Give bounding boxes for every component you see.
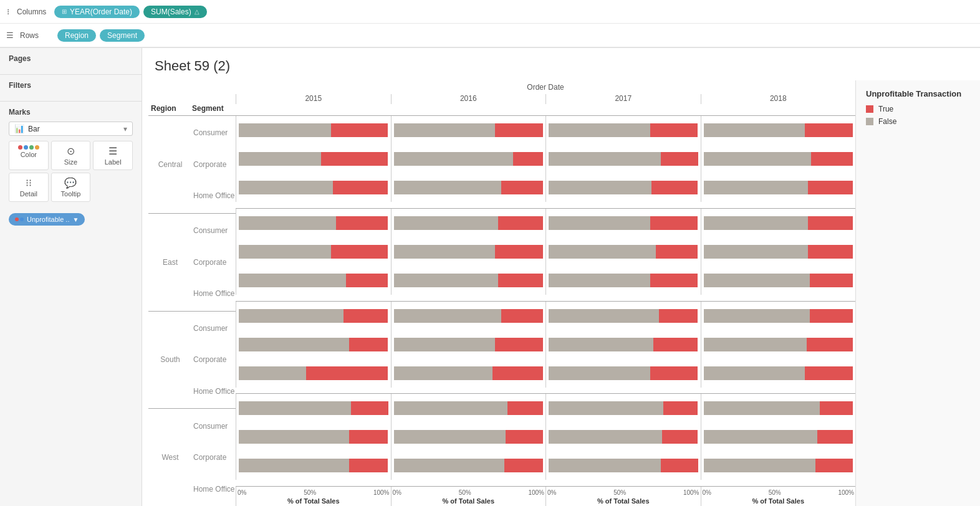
west-homeoffice-label: Home Office xyxy=(192,475,236,504)
west-axis: West Consumer Corporate Home Office xyxy=(148,408,236,506)
bar-false xyxy=(239,245,331,259)
unprofitable-pill[interactable]: Unprofitable .. ▼ xyxy=(9,213,85,226)
west-homeoffice-2017 xyxy=(545,451,701,480)
color-dot-red xyxy=(18,145,22,150)
color-dot-green xyxy=(29,145,34,150)
south-consumer-row xyxy=(236,302,855,330)
bar-true xyxy=(495,338,543,351)
central-homeoffice-2016 xyxy=(391,173,546,202)
central-consumer-2017 xyxy=(545,116,701,145)
size-icon: ⊙ xyxy=(67,145,75,157)
legend-swatch-true xyxy=(866,105,873,113)
x-axis-2018: 0% 50% 100% % of Total Sales xyxy=(701,487,856,506)
bar-true xyxy=(661,152,698,166)
bar-true xyxy=(321,152,388,166)
bar-false xyxy=(704,216,809,230)
east-region-label: East xyxy=(148,214,192,311)
label-button[interactable]: ☰ Label xyxy=(93,141,133,170)
east-segments: Consumer Corporate Home Office xyxy=(192,214,236,311)
bar-true xyxy=(808,181,853,194)
bar-true xyxy=(331,123,388,137)
west-corporate-row xyxy=(236,422,855,451)
calendar-icon: ⊞ xyxy=(62,8,67,15)
bar-true xyxy=(807,338,853,351)
central-corporate-2016 xyxy=(391,145,546,173)
legend-item-false: False xyxy=(866,117,970,126)
tooltip-button[interactable]: 💬 Tooltip xyxy=(51,173,91,202)
bar-true xyxy=(810,274,853,287)
year-order-date-pill[interactable]: ⊞ YEAR(Order Date) xyxy=(54,6,140,18)
axis-col: Central Consumer Corporate Home Office E… xyxy=(148,115,236,506)
detail-button[interactable]: ⁝⁝ Detail xyxy=(9,173,49,202)
east-consumer-2015 xyxy=(236,209,391,237)
south-corporate-row xyxy=(236,330,855,359)
size-label: Size xyxy=(64,158,77,166)
x-axis-2016: 0% 50% 100% % of Total Sales xyxy=(391,487,546,506)
marks-grid: Color ⊙ Size ☰ Label ⁝⁝ Detail xyxy=(9,141,133,202)
x-axis-label-2017: % of Total Sales xyxy=(547,497,699,505)
south-homeoffice-2017 xyxy=(545,359,701,388)
central-homeoffice-label: Home Office xyxy=(192,181,236,210)
chart-main: Order Date 2015 2016 2017 2018 Region Se… xyxy=(142,80,855,506)
south-segments: Consumer Corporate Home Office xyxy=(192,312,236,409)
x-tick-100-2017: 100% xyxy=(683,489,699,496)
east-homeoffice-row xyxy=(236,266,855,295)
bar-false xyxy=(549,401,663,415)
bar-true xyxy=(817,430,853,444)
east-consumer-2016 xyxy=(391,209,546,237)
color-button[interactable]: Color xyxy=(9,141,49,170)
bar-false xyxy=(239,123,331,137)
sum-sales-pill[interactable]: SUM(Sales) △ xyxy=(143,6,207,18)
bar-false xyxy=(394,430,506,444)
top-bar: ⫶ Columns ⊞ YEAR(Order Date) SUM(Sales) … xyxy=(0,0,980,48)
west-corporate-2018 xyxy=(701,422,856,451)
south-consumer-2015 xyxy=(236,302,391,330)
segment-pill[interactable]: Segment xyxy=(100,29,145,42)
central-consumer-2016 xyxy=(391,116,546,145)
bar-false xyxy=(394,338,496,351)
pill-dot-red xyxy=(15,217,19,221)
bar-true xyxy=(811,152,853,166)
legend-label-true: True xyxy=(878,105,893,113)
bar-false xyxy=(704,123,805,137)
label-icon: ☰ xyxy=(108,145,117,157)
marks-label: Marks xyxy=(9,108,133,117)
bar-true xyxy=(805,366,853,380)
east-homeoffice-label: Home Office xyxy=(192,279,236,308)
bar-false xyxy=(704,366,805,380)
south-region-label: South xyxy=(148,312,192,409)
bar-true xyxy=(498,216,543,230)
bar-false xyxy=(394,152,514,166)
central-corporate-2017 xyxy=(545,145,701,173)
bar-false xyxy=(239,216,336,230)
bars-col: 0% 50% 100% % of Total Sales 0% xyxy=(236,115,855,506)
central-consumer-2015 xyxy=(236,116,391,145)
rows-label: Rows xyxy=(20,31,57,40)
bar-false xyxy=(239,338,349,351)
size-button[interactable]: ⊙ Size xyxy=(51,141,91,170)
bar-true xyxy=(808,216,853,230)
bar-false xyxy=(239,274,346,287)
bar-false xyxy=(549,366,650,380)
west-homeoffice-2016 xyxy=(391,451,546,480)
west-corporate-2015 xyxy=(236,422,391,451)
tooltip-icon: 💬 xyxy=(64,177,77,189)
pages-label: Pages xyxy=(9,54,133,63)
bar-true xyxy=(495,245,543,259)
bar-true xyxy=(351,401,388,415)
central-homeoffice-2018 xyxy=(701,173,856,202)
legend-swatch-false xyxy=(866,118,873,125)
marks-type-dropdown[interactable]: 📊 Bar ▾ xyxy=(9,122,133,136)
x-tick-0-2017: 0% xyxy=(547,489,556,496)
east-consumer-label: Consumer xyxy=(192,216,236,245)
bar-true xyxy=(501,309,543,323)
west-consumer-row xyxy=(236,394,855,422)
south-homeoffice-2018 xyxy=(701,359,856,388)
bar-true xyxy=(650,216,698,230)
region-pill[interactable]: Region xyxy=(57,29,96,42)
central-corporate-2018 xyxy=(701,145,856,173)
west-segments: Consumer Corporate Home Office xyxy=(192,409,236,506)
east-consumer-2017 xyxy=(545,209,701,237)
pages-section: Pages xyxy=(0,48,142,74)
east-homeoffice-2018 xyxy=(701,266,856,295)
